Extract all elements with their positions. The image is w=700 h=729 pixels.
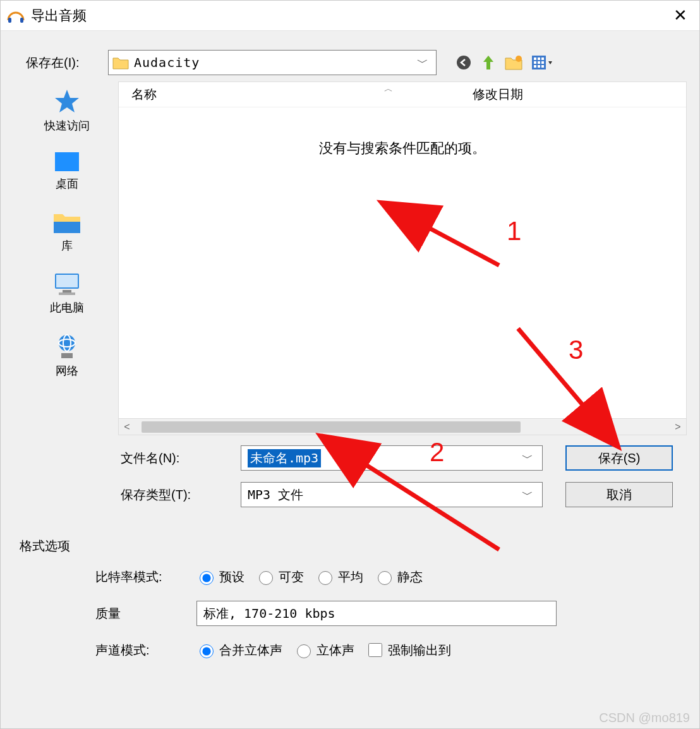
place-this-pc-label: 此电脑 xyxy=(50,300,84,315)
svg-rect-18 xyxy=(56,275,78,287)
radio-label: 预设 xyxy=(219,569,244,586)
horizontal-scrollbar[interactable]: < > xyxy=(119,418,686,435)
radio-label: 合并立体声 xyxy=(219,642,282,659)
folder-icon xyxy=(112,56,129,69)
chevron-down-icon[interactable]: ﹀ xyxy=(519,450,536,466)
bitrate-variable-radio[interactable]: 可变 xyxy=(256,569,304,586)
svg-point-21 xyxy=(59,335,75,351)
scroll-right-icon[interactable]: > xyxy=(670,421,686,433)
channel-joint-radio[interactable]: 合并立体声 xyxy=(196,642,282,659)
svg-rect-10 xyxy=(541,61,544,64)
quality-label: 质量 xyxy=(95,605,196,622)
back-icon[interactable] xyxy=(456,54,472,71)
dialog-title: 导出音频 xyxy=(31,6,668,25)
save-button[interactable]: 保存(S) xyxy=(565,445,673,471)
place-network-label: 网络 xyxy=(56,363,78,378)
place-network[interactable]: 网络 xyxy=(54,333,80,378)
radio-label: 静态 xyxy=(397,569,423,586)
bitrate-average-radio[interactable]: 平均 xyxy=(315,569,363,586)
radio-label: 立体声 xyxy=(317,642,354,659)
format-options-title: 格式选项 xyxy=(1,512,699,561)
nav-toolbar xyxy=(456,54,553,71)
channel-stereo-radio[interactable]: 立体声 xyxy=(294,642,354,659)
chevron-down-icon[interactable]: ﹀ xyxy=(519,487,536,502)
scroll-thumb[interactable] xyxy=(142,421,521,433)
svg-rect-9 xyxy=(538,61,540,64)
svg-rect-16 xyxy=(54,218,80,222)
view-menu-icon[interactable] xyxy=(531,55,553,70)
svg-rect-7 xyxy=(541,57,544,60)
radio-label: 可变 xyxy=(279,569,304,586)
annotation-2: 2 xyxy=(430,437,444,467)
empty-message: 没有与搜索条件匹配的项。 xyxy=(119,107,686,158)
close-button[interactable]: ✕ xyxy=(668,6,693,25)
svg-point-2 xyxy=(457,56,471,69)
svg-rect-22 xyxy=(61,353,73,358)
svg-rect-11 xyxy=(534,65,536,68)
column-headers: 名称 ︿ 修改日期 xyxy=(119,82,686,107)
cancel-button[interactable]: 取消 xyxy=(565,482,673,507)
save-in-value: Audacity xyxy=(134,55,413,70)
svg-rect-19 xyxy=(63,290,71,292)
radio-label: 平均 xyxy=(338,569,363,586)
place-libraries-label: 库 xyxy=(61,238,73,253)
new-folder-icon[interactable] xyxy=(505,55,522,70)
scroll-left-icon[interactable]: < xyxy=(119,421,135,433)
col-date[interactable]: 修改日期 xyxy=(473,86,523,103)
places-bar: 快速访问 桌面 库 此电脑 网络 xyxy=(20,81,114,435)
filename-input[interactable]: 未命名.mp3 ﹀ xyxy=(241,445,543,471)
svg-rect-8 xyxy=(534,61,536,64)
sort-indicator-icon: ︿ xyxy=(384,83,393,95)
svg-rect-13 xyxy=(541,65,544,68)
place-desktop-label: 桌面 xyxy=(56,176,78,191)
svg-rect-12 xyxy=(538,65,540,68)
svg-rect-0 xyxy=(8,18,11,23)
chevron-down-icon: ﹀ xyxy=(413,55,432,70)
annotation-1: 1 xyxy=(507,216,521,246)
filename-label: 文件名(N): xyxy=(121,450,241,467)
place-quick-access[interactable]: 快速访问 xyxy=(44,88,90,133)
savetype-label: 保存类型(T): xyxy=(121,486,241,503)
save-in-label: 保存在(I): xyxy=(26,54,108,71)
quality-combo[interactable]: 标准, 170-210 kbps xyxy=(196,601,557,626)
quality-value: 标准, 170-210 kbps xyxy=(203,605,335,622)
place-desktop[interactable]: 桌面 xyxy=(54,151,80,191)
save-in-row: 保存在(I): Audacity ﹀ xyxy=(1,31,699,81)
check-label: 强制输出到 xyxy=(388,642,451,659)
file-list[interactable]: 名称 ︿ 修改日期 没有与搜索条件匹配的项。 < > xyxy=(118,81,687,435)
savetype-combo[interactable]: MP3 文件 ﹀ xyxy=(241,482,543,507)
place-libraries[interactable]: 库 xyxy=(52,209,81,253)
place-this-pc[interactable]: 此电脑 xyxy=(50,271,84,315)
audacity-icon xyxy=(7,9,25,23)
filename-value: 未命名.mp3 xyxy=(248,449,321,467)
channel-force-check[interactable]: 强制输出到 xyxy=(366,641,451,659)
watermark: CSDN @mo819 xyxy=(599,711,690,725)
place-quick-access-label: 快速访问 xyxy=(44,118,90,133)
col-name[interactable]: 名称 xyxy=(131,86,473,103)
svg-point-3 xyxy=(516,56,522,62)
savetype-value: MP3 文件 xyxy=(248,486,519,503)
svg-rect-5 xyxy=(534,57,536,60)
svg-rect-6 xyxy=(538,57,540,60)
titlebar: 导出音频 ✕ xyxy=(1,1,699,31)
save-in-combo[interactable]: Audacity ﹀ xyxy=(108,50,437,75)
svg-rect-1 xyxy=(20,18,23,23)
export-audio-dialog: 导出音频 ✕ 保存在(I): Audacity ﹀ 快速访问 xyxy=(0,0,700,729)
svg-rect-20 xyxy=(59,292,75,295)
up-icon[interactable] xyxy=(481,54,496,71)
svg-rect-14 xyxy=(55,152,79,171)
bitrate-static-radio[interactable]: 静态 xyxy=(375,569,423,586)
annotation-3: 3 xyxy=(569,335,583,365)
bitrate-preset-radio[interactable]: 预设 xyxy=(196,569,244,586)
bitrate-mode-label: 比特率模式: xyxy=(95,569,196,586)
channel-mode-label: 声道模式: xyxy=(95,642,196,659)
